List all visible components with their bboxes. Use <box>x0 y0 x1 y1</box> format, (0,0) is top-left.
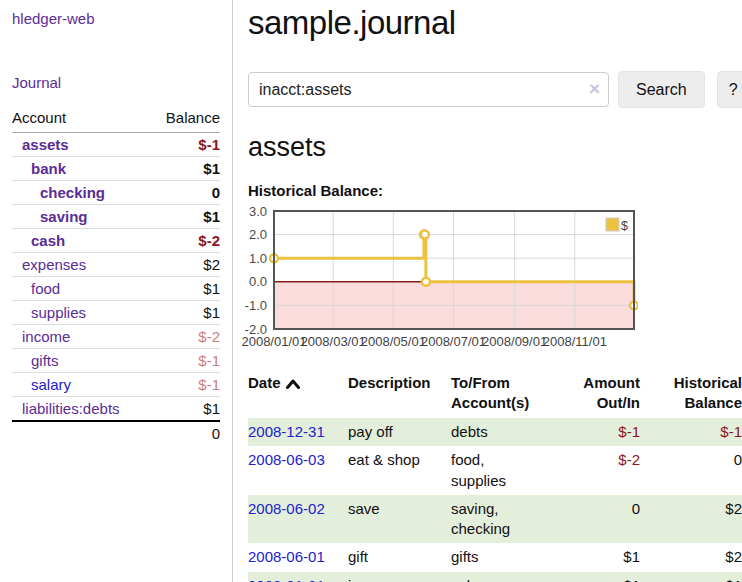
account-balance: $1 <box>150 301 220 325</box>
account-balance: $1 <box>150 397 220 422</box>
account-link-food[interactable]: food <box>31 280 60 297</box>
transaction-date-link[interactable]: 2008-01-01 <box>248 577 325 582</box>
main-content: sample.journal × Search ? assets Histori… <box>233 0 742 582</box>
transaction-date-link[interactable]: 2008-12-31 <box>248 423 325 440</box>
account-balance: 0 <box>150 181 220 205</box>
svg-text:3.0: 3.0 <box>249 207 267 219</box>
register-row: 2008-06-02 save saving, checking 0 $2 <box>248 495 742 544</box>
svg-text:2008/01/01: 2008/01/01 <box>241 334 306 349</box>
svg-text:2008/09/01: 2008/09/01 <box>482 334 547 349</box>
account-row-gifts: gifts $-1 <box>12 349 220 373</box>
svg-text:$: $ <box>621 219 628 233</box>
register-header-date[interactable]: Date <box>248 371 348 418</box>
account-balance: $-2 <box>150 325 220 349</box>
search-input[interactable] <box>248 72 609 107</box>
account-row-bank: bank $1 <box>12 157 220 181</box>
account-link-checking[interactable]: checking <box>40 184 105 201</box>
svg-text:2008/05/01: 2008/05/01 <box>361 334 426 349</box>
account-link-salary[interactable]: salary <box>31 376 71 393</box>
svg-text:-1.0: -1.0 <box>245 298 267 313</box>
transaction-balance: $-1 <box>640 418 742 446</box>
transaction-description: save <box>348 495 451 544</box>
transaction-description: gift <box>348 543 451 571</box>
account-row-saving: saving $1 <box>12 205 220 229</box>
register-header-description: Description <box>348 371 451 418</box>
svg-text:2008/07/01: 2008/07/01 <box>421 334 486 349</box>
account-row-expenses: expenses $2 <box>12 253 220 277</box>
page-title: sample.journal <box>248 4 742 42</box>
transaction-amount: $-1 <box>551 418 640 446</box>
register-row: 2008-01-01 income salary $1 $1 <box>248 572 742 582</box>
register-header-row: Date Description To/From Account(s) Amou… <box>248 371 742 418</box>
account-link-gifts[interactable]: gifts <box>31 352 59 369</box>
clear-search-icon[interactable]: × <box>589 79 600 98</box>
chart-title: Historical Balance: <box>248 182 742 199</box>
transaction-amount: $1 <box>551 572 640 582</box>
svg-text:2008/11/01: 2008/11/01 <box>543 334 607 349</box>
accounts-table: Account Balance assets $-1 bank $1 check… <box>12 105 220 445</box>
transaction-amount: 0 <box>551 495 640 544</box>
account-row-income: income $-2 <box>12 325 220 349</box>
transaction-amount: $1 <box>551 543 640 571</box>
account-balance: $1 <box>150 157 220 181</box>
account-row-supplies: supplies $1 <box>12 301 220 325</box>
transaction-balance: 0 <box>640 446 742 495</box>
account-row-liabilities-debts: liabilities:debts $1 <box>12 397 220 422</box>
account-link-bank[interactable]: bank <box>31 160 66 177</box>
transaction-accounts: saving, checking <box>451 495 551 544</box>
account-link-saving[interactable]: saving <box>40 208 88 225</box>
account-balance: $1 <box>150 205 220 229</box>
sort-ascending-icon <box>286 379 300 389</box>
transaction-balance: $2 <box>640 543 742 571</box>
transaction-date-link[interactable]: 2008-06-01 <box>248 548 325 565</box>
accounts-header-account: Account <box>12 105 150 133</box>
account-balance: $-1 <box>150 349 220 373</box>
search-button[interactable]: Search <box>618 71 705 108</box>
account-balance: $2 <box>150 253 220 277</box>
account-balance: $-1 <box>150 373 220 397</box>
accounts-total-value: 0 <box>150 421 220 445</box>
transaction-balance: $2 <box>640 495 742 544</box>
transaction-amount: $-2 <box>551 446 640 495</box>
account-row-salary: salary $-1 <box>12 373 220 397</box>
search-box: × <box>248 72 609 107</box>
account-row-checking: checking 0 <box>12 181 220 205</box>
accounts-total-row: 0 <box>12 421 220 445</box>
svg-text:2008/03/01: 2008/03/01 <box>301 334 366 349</box>
accounts-header-balance: Balance <box>150 105 220 133</box>
account-link-income[interactable]: income <box>22 328 70 345</box>
sidebar-item-journal[interactable]: Journal <box>12 74 61 91</box>
app-title-link[interactable]: hledger-web <box>12 10 95 27</box>
register-header-accounts: To/From Account(s) <box>451 371 551 418</box>
account-link-assets[interactable]: assets <box>22 136 69 153</box>
transaction-date-link[interactable]: 2008-06-03 <box>248 451 325 468</box>
svg-text:0.0: 0.0 <box>249 274 267 289</box>
transaction-accounts: salary <box>451 572 551 582</box>
register-header-amount: Amount Out/In <box>551 371 640 418</box>
account-link-liabilities-debts[interactable]: liabilities:debts <box>22 400 120 417</box>
transaction-description: pay off <box>348 418 451 446</box>
account-link-expenses[interactable]: expenses <box>22 256 86 273</box>
chart-canvas: 3.02.01.00.0-1.0-2.02008/01/012008/03/01… <box>240 207 638 357</box>
svg-text:1.0: 1.0 <box>249 251 267 266</box>
register-header-balance: Historical Balance <box>640 371 742 418</box>
register-row: 2008-06-03 eat & shop food, supplies $-2… <box>248 446 742 495</box>
help-button[interactable]: ? <box>717 71 742 108</box>
register-row: 2008-12-31 pay off debts $-1 $-1 <box>248 418 742 446</box>
svg-text:2.0: 2.0 <box>249 227 267 242</box>
account-heading: assets <box>248 132 742 163</box>
transaction-accounts: food, supplies <box>451 446 551 495</box>
account-row-food: food $1 <box>12 277 220 301</box>
account-link-supplies[interactable]: supplies <box>31 304 86 321</box>
register-table: Date Description To/From Account(s) Amou… <box>248 371 742 582</box>
register-row: 2008-06-01 gift gifts $1 $2 <box>248 543 742 571</box>
account-link-cash[interactable]: cash <box>31 232 65 249</box>
historical-balance-chart[interactable]: 3.02.01.00.0-1.0-2.02008/01/012008/03/01… <box>240 207 742 361</box>
transaction-date-link[interactable]: 2008-06-02 <box>248 500 325 517</box>
account-row-assets: assets $-1 <box>12 133 220 157</box>
register-header-date-label: Date <box>248 374 281 391</box>
transaction-accounts: debts <box>451 418 551 446</box>
transaction-balance: $1 <box>640 572 742 582</box>
sidebar: hledger-web Journal Account Balance asse… <box>0 0 233 582</box>
account-balance: $-2 <box>150 229 220 253</box>
